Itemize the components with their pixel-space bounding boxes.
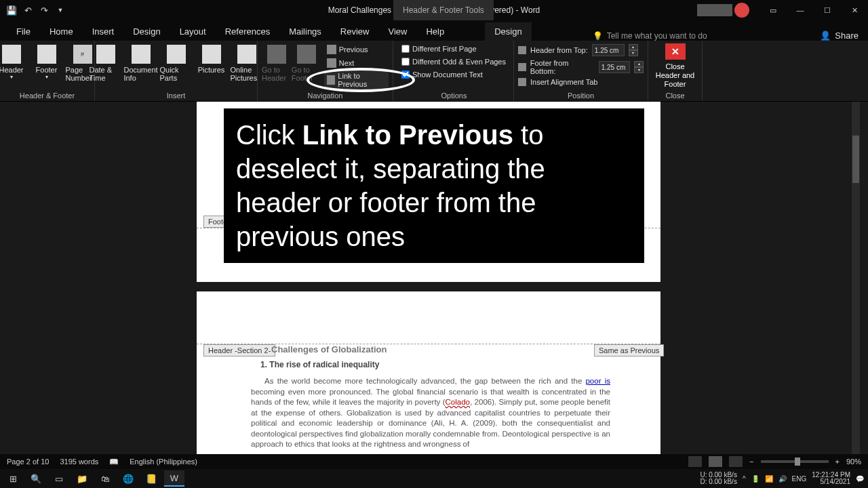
insert-alignment-tab-button[interactable]: Insert Alignment Tab [518,77,644,87]
tab-file[interactable]: File [7,22,40,41]
close-window-icon[interactable]: ✕ [841,0,868,20]
share-button[interactable]: 👤 Share [820,30,859,41]
tell-me-placeholder: Tell me what you want to do [607,31,707,41]
footer-bottom-icon [518,63,526,71]
clock[interactable]: 12:21:24 PM 5/14/2021 [812,472,850,485]
group-position: Position [568,92,594,100]
group-navigation: Navigation [308,92,343,100]
close-x-icon: ✕ [665,43,686,60]
date-time-button[interactable]: Date & Time [90,43,122,82]
ribbon-options-icon[interactable]: ▭ [760,0,787,20]
goto-footer-button: Go to Footer [292,43,321,89]
group-options: Options [441,92,467,100]
word-taskbar-icon[interactable]: W [164,470,184,487]
different-first-page-checkbox[interactable]: Different First Page [399,43,509,54]
zoom-slider[interactable] [761,460,829,463]
next-button[interactable]: Next [324,57,389,69]
search-icon[interactable]: 🔍 [26,470,46,487]
volume-icon[interactable]: 🔊 [778,475,787,483]
header-from-top-label: Header from Top: [530,46,588,54]
group-insert: Insert [167,92,186,100]
status-page[interactable]: Page 2 of 10 [7,458,49,466]
redo-icon[interactable]: ↷ [38,4,50,16]
status-words[interactable]: 3195 words [60,458,98,466]
start-button[interactable]: ⊞ [3,470,23,487]
minimize-icon[interactable]: — [787,0,814,20]
web-layout-icon[interactable] [729,456,743,467]
tab-references[interactable]: References [216,22,279,41]
account-name-redacted [697,4,732,16]
file-explorer-icon[interactable]: 📁 [72,470,92,487]
doc-heading: Challenges of Globalization [271,344,610,354]
different-odd-even-checkbox[interactable]: Different Odd & Even Pages [399,56,509,67]
tab-help[interactable]: Help [416,22,454,41]
task-view-icon[interactable]: ▭ [49,470,69,487]
edge-icon[interactable]: 🌐 [118,470,138,487]
vertical-scrollbar[interactable] [852,102,860,469]
header-spinner[interactable]: ▴▾ [629,44,638,56]
tray-chevron-icon[interactable]: ^ [743,475,746,483]
tab-design-hf[interactable]: Design [485,22,531,41]
store-icon[interactable]: 🛍 [95,470,115,487]
zoom-in-button[interactable]: + [835,458,840,466]
user-avatar-icon[interactable] [734,3,749,18]
tab-design-main[interactable]: Design [123,22,170,41]
tab-view[interactable]: View [378,22,416,41]
group-header-footer: Header & Footer [20,92,75,100]
tell-me-search[interactable]: 💡 Tell me what you want to do [593,31,707,41]
tab-insert[interactable]: Insert [83,22,124,41]
tab-mailings[interactable]: Mailings [279,22,331,41]
zoom-out-button[interactable]: − [749,458,753,466]
tab-home[interactable]: Home [40,22,83,41]
group-close: Close [665,92,684,100]
spellcheck-icon[interactable]: 📖 [109,458,119,466]
tab-layout[interactable]: Layout [170,22,216,41]
header-button[interactable]: Header▾ [0,43,28,82]
keyboard-lang[interactable]: ENG [792,475,807,483]
read-mode-icon[interactable] [688,456,702,467]
header-top-icon [518,46,526,54]
goto-header-button: Go to Header [262,43,292,89]
footer-button[interactable]: Footer▾ [31,43,63,82]
net-speed: U: 0.00 kB/s D: 0.00 kB/s [700,472,736,485]
footer-spinner[interactable]: ▴▾ [634,61,644,73]
instruction-overlay: Click Link to Previous to deselect it, s… [224,108,644,263]
header-from-top-input[interactable]: 1.25 cm [592,44,625,56]
show-document-text-checkbox[interactable]: Show Document Text [399,69,509,80]
quick-parts-button[interactable]: Quick Parts [160,43,193,82]
zoom-level[interactable]: 90% [846,458,861,466]
qat-dropdown-icon[interactable]: ▼ [54,4,66,16]
doc-subheading: 1. The rise of radical inequality [260,360,610,369]
app-icon-1[interactable]: 📒 [141,470,161,487]
tab-review[interactable]: Review [331,22,379,41]
pictures-button[interactable]: Pictures [195,43,228,82]
save-icon[interactable]: 💾 [5,4,18,16]
maximize-icon[interactable]: ☐ [814,0,841,20]
notifications-icon[interactable]: 💬 [856,475,864,483]
battery-icon[interactable]: 🔋 [751,475,760,483]
link-to-previous-button[interactable]: Link to Previous [324,70,389,89]
previous-button[interactable]: Previous [324,43,389,56]
scrollbar-thumb[interactable] [852,136,859,183]
footer-from-bottom-input[interactable]: 1.25 cm [599,61,631,73]
undo-icon[interactable]: ↶ [22,4,34,16]
print-layout-icon[interactable] [709,456,722,467]
doc-body-text[interactable]: As the world become more technologically… [251,376,610,450]
close-header-footer-button[interactable]: ✕ Close Header and Footer [652,43,698,89]
share-label: Share [835,30,859,41]
footer-from-bottom-label: Footer from Bottom: [530,59,595,75]
contextual-tab-label: Header & Footer Tools [393,0,494,20]
document-info-button[interactable]: Document Info [125,43,157,82]
wifi-icon[interactable]: 📶 [765,475,773,483]
status-language[interactable]: English (Philippines) [130,458,197,466]
